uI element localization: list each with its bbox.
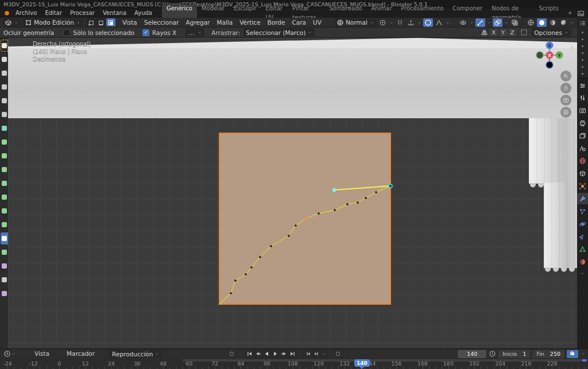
jump-start-button[interactable] [245,349,253,358]
tool-rotate[interactable] [1,81,8,93]
auto-key-button[interactable] [334,349,342,358]
chevron-down-icon[interactable] [417,20,422,25]
tab-view-layer[interactable] [577,130,588,141]
tab-output[interactable] [577,117,588,129]
mesh-plane-object[interactable] [219,133,391,305]
chevron-down-icon[interactable] [580,271,585,276]
outliner-item-dot[interactable] [582,66,583,68]
timeline-editor-icon[interactable] [3,350,11,358]
chevron-down-icon[interactable] [321,351,326,356]
gizmo-axis-neg-y[interactable] [536,52,543,59]
viewport-3d[interactable]: Derecha (ortogonal) (140) Plano | Plano … [8,38,577,348]
viewport-menu-seleccionar[interactable]: Seleccionar [141,18,183,28]
topbar-menu-ayuda[interactable]: Ayuda [130,10,156,16]
timeline-menu-vista[interactable]: Vista [31,349,53,359]
shading-solid-button[interactable] [537,18,547,27]
tool-transform[interactable] [1,108,8,121]
chevron-down-icon[interactable] [581,351,586,356]
chevron-down-icon[interactable] [570,20,575,25]
mug-object-lower[interactable] [544,182,577,268]
tab-particles[interactable] [577,205,588,217]
falloff-button[interactable] [434,18,444,27]
options-dropdown[interactable]: Opciones [532,28,571,37]
preview-range-icon[interactable] [489,350,496,358]
edge-mode-button[interactable] [96,18,106,26]
tool-scale[interactable] [1,95,8,107]
current-frame-field[interactable]: 140 [458,350,486,358]
tab-material[interactable] [577,256,588,267]
frame-end-field[interactable]: Fin 250 [532,350,564,358]
tool-edge-slide[interactable] [1,274,8,286]
pan-button[interactable] [560,83,571,94]
playback-dropdown[interactable]: Reproducción [110,349,162,358]
only-selected-checkbox[interactable]: Sólo lo seleccionado [63,29,134,36]
chevron-down-icon[interactable] [389,20,394,25]
topbar-menu-archivo[interactable]: Archivo [11,10,41,16]
tool-poly-build[interactable] [1,232,8,244]
vertex-mode-button[interactable] [87,18,96,26]
timeline-ruler[interactable]: 140 -24-12012243648607284961081201321441… [0,359,588,369]
tab-physics[interactable] [577,218,588,230]
tab-scene[interactable] [577,142,588,154]
tab-modifiers[interactable] [577,193,588,204]
snap-toggle-button[interactable] [395,18,405,27]
shading-rendered-button[interactable] [559,18,568,27]
outliner-item-dot[interactable] [582,45,583,47]
next-keyframe-button[interactable] [280,349,288,358]
add-workspace-button[interactable]: + [563,9,577,18]
tool-inset[interactable] [1,177,8,189]
frame-prev-button[interactable] [304,349,312,358]
ortho-toggle-button[interactable] [560,107,571,118]
object-visibility-button[interactable] [458,18,468,27]
tab-data[interactable] [577,243,588,255]
topbar-menu-procesar[interactable]: Procesar [66,10,99,16]
timeline-scrollbar-end[interactable] [582,359,587,362]
prev-keyframe-button[interactable] [254,349,262,358]
snap-target-button[interactable] [406,18,416,27]
tool-move[interactable] [1,67,8,79]
frame-next-button[interactable] [312,349,320,358]
pivot-point-button[interactable] [378,18,388,27]
tool-rip[interactable] [1,246,8,258]
tool-add-cube[interactable] [1,150,8,162]
topbar-menu-ventana[interactable]: Ventana [99,10,130,16]
zoom-button[interactable] [560,71,571,81]
xray-toggle-button[interactable] [510,18,520,27]
jump-end-button[interactable] [288,349,296,358]
viewport-menu-vértice[interactable]: Vértice [236,18,264,28]
chevron-down-icon[interactable] [11,351,16,356]
tab-constraints[interactable] [577,231,588,242]
tool-knife[interactable] [1,219,8,231]
sidebar-collapse-arrow[interactable]: ‹ [571,44,573,51]
face-mode-button[interactable] [106,18,115,26]
tool-measure[interactable] [1,136,8,148]
tool-annotate[interactable] [1,122,8,134]
camera-view-button[interactable] [560,95,571,106]
shading-material-button[interactable] [548,18,558,27]
chevron-down-icon[interactable] [445,20,450,25]
outliner-item-dot[interactable] [582,38,583,40]
tool-shrink-fatten[interactable] [1,288,8,300]
viewport-menu-vista[interactable]: Vista [119,18,141,28]
tab-collection[interactable] [577,168,588,179]
outliner-filter-icon[interactable] [579,20,586,27]
tab-world[interactable] [577,155,588,166]
viewport-menu-borde[interactable]: Borde [264,18,289,28]
proportional-editing-button[interactable] [423,18,433,27]
transform-orientation-dropdown[interactable]: Normal [334,18,377,27]
show-gizmo-button[interactable] [475,18,485,27]
mode-mini-dropdown[interactable]: ... [185,28,204,37]
topbar-menu-editar[interactable]: Editar [41,10,66,16]
outliner-item-dot[interactable] [582,32,583,33]
mirror-axis-y[interactable]: Y [499,29,507,36]
frame-start-field[interactable]: Inicio 1 [498,350,530,358]
tool-bevel[interactable] [1,191,8,203]
transform-pivot-icon[interactable] [520,29,528,36]
chevron-down-icon[interactable] [504,20,509,25]
tab-tool[interactable] [577,92,588,103]
viewport-menu-agregar[interactable]: Agregar [183,18,214,28]
outliner-item-dot[interactable] [582,73,583,75]
tab-render[interactable] [577,104,588,116]
play-button[interactable] [271,349,279,358]
xray-checkbox[interactable]: ✓ Rayos X [142,29,176,36]
